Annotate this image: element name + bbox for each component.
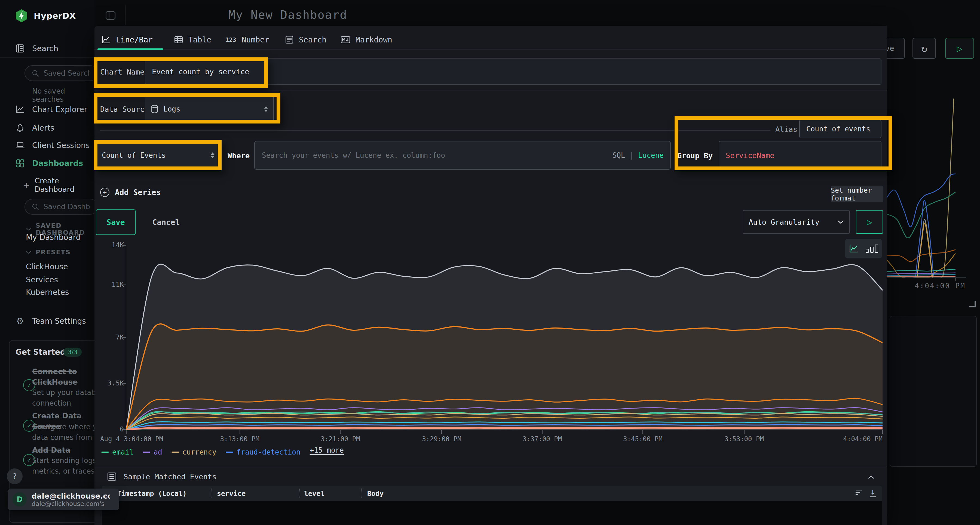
resize-handle[interactable]: [969, 301, 976, 308]
bg-chart-time-label: 4:04:00 PM: [915, 282, 966, 290]
y-axis-label: 7K: [94, 333, 124, 341]
cancel-button[interactable]: Cancel: [147, 209, 185, 235]
user-subtext: dale@clickhouse.com's: [32, 500, 110, 507]
gear-icon: ⚙: [15, 316, 25, 326]
sidebar-item-services[interactable]: Services: [26, 275, 58, 284]
legend-item[interactable]: currency: [172, 448, 216, 456]
sidebar-item-search[interactable]: Search: [15, 43, 58, 54]
highlight-box-data-source: [94, 93, 280, 124]
get-started-badge: 3/3: [64, 347, 82, 357]
sidebar-toggle-icon[interactable]: [105, 11, 116, 20]
sidebar-item-chart-explorer[interactable]: Chart Explorer: [15, 103, 87, 115]
where-input[interactable]: SQL | Lucene: [254, 141, 671, 170]
chart-explorer-icon: [15, 105, 25, 114]
download-icon[interactable]: ↓: [870, 487, 876, 497]
user-email: dale@clickhouse.com: [32, 492, 110, 500]
header-divider: [126, 5, 126, 25]
set-number-format-button[interactable]: Set number format: [831, 186, 883, 202]
chevron-up-icon[interactable]: [868, 475, 874, 479]
help-button[interactable]: ?: [7, 468, 22, 484]
column-separator[interactable]: [299, 489, 300, 498]
legend-item[interactable]: +15 more: [310, 446, 344, 454]
avatar: D: [13, 492, 27, 506]
no-saved-searches-label: No saved searches: [32, 87, 94, 103]
section-divider: [94, 90, 887, 91]
screen: My New Dashboard Save ↻ ▷ 4:04:00 PM Hyp…: [0, 0, 980, 525]
tab-number[interactable]: 123 Number: [225, 29, 269, 50]
save-button[interactable]: Save: [96, 209, 135, 235]
sidebar-item-team-settings[interactable]: ⚙ Team Settings: [15, 315, 86, 327]
refresh-button[interactable]: ↻: [913, 38, 936, 59]
add-series-button[interactable]: + Add Series: [100, 188, 161, 197]
sidebar-item-kubernetes[interactable]: Kubernetes: [26, 288, 69, 297]
legend-label: email: [112, 448, 134, 456]
sidebar-item-dashboards[interactable]: Dashboards: [15, 157, 83, 169]
circle-plus-icon: +: [100, 188, 110, 197]
column-header[interactable]: level: [304, 486, 325, 501]
chevron-down-icon: [26, 227, 31, 231]
search-list-icon: [285, 36, 293, 44]
presets-section-header[interactable]: PRESETS: [26, 249, 71, 256]
plus-icon: +: [23, 180, 30, 190]
legend-item[interactable]: fraud-detection: [226, 448, 301, 456]
saved-searches-search[interactable]: [24, 65, 98, 81]
y-axis-label: 11K: [94, 281, 124, 288]
highlight-box-chart-name: [94, 57, 268, 88]
column-header[interactable]: Body: [367, 486, 383, 501]
x-axis-label: 4:04:00 PM: [843, 435, 883, 443]
background-dashboard-chart: [887, 95, 956, 278]
tab-line-bar[interactable]: Line/Bar: [101, 29, 153, 50]
logo-text: HyperDX: [34, 11, 76, 21]
where-search-input[interactable]: [261, 151, 612, 160]
granularity-select[interactable]: Auto Granularity: [743, 210, 850, 234]
lucene-toggle[interactable]: Lucene: [638, 151, 664, 159]
legend-swatch: [226, 452, 233, 453]
column-separator[interactable]: [211, 489, 212, 498]
sidebar-item-client-sessions[interactable]: Client Sessions: [15, 139, 89, 151]
tab-markdown[interactable]: Markdown: [341, 29, 392, 50]
run-chart-button[interactable]: ▷: [856, 210, 883, 234]
run-query-button-bg[interactable]: ▷: [945, 38, 974, 59]
sidebar-item-clickhouse[interactable]: ClickHouse: [26, 262, 68, 271]
sidebar-item-my-dashboard[interactable]: My Dashboard: [26, 233, 81, 242]
page-header: My New Dashboard: [94, 0, 980, 26]
y-axis-label: 14K: [94, 241, 124, 249]
saved-dashboards-search[interactable]: [24, 199, 98, 215]
legend-item[interactable]: ad: [143, 448, 162, 456]
play-icon: ▷: [957, 43, 962, 54]
x-axis-label: 3:37:00 PM: [523, 435, 562, 443]
bg-chart-axis: [887, 278, 966, 278]
dashboards-icon: [15, 159, 25, 168]
saved-dashboards-input[interactable]: [43, 202, 91, 211]
saved-searches-input[interactable]: [43, 69, 91, 78]
legend-label: ad: [154, 448, 162, 456]
highlight-box-group-by: [675, 116, 892, 170]
laptop-icon: [15, 141, 25, 149]
logo[interactable]: HyperDX: [15, 9, 76, 22]
column-separator[interactable]: [361, 489, 362, 498]
search-doc-icon: [15, 44, 25, 53]
create-dashboard-button[interactable]: + Create Dashboard: [23, 179, 94, 191]
create-dashboard-label: Create Dashboard: [35, 176, 94, 194]
legend-item[interactable]: email: [101, 448, 134, 456]
user-menu[interactable]: D dale@clickhouse.com dale@clickhouse.co…: [8, 489, 119, 510]
events-table-body: [102, 501, 882, 525]
sql-toggle[interactable]: SQL: [612, 151, 625, 159]
sidebar-item-label: Team Settings: [32, 317, 86, 326]
page-title: My New Dashboard: [228, 8, 347, 22]
markdown-icon: [341, 36, 350, 43]
main-chart[interactable]: [126, 244, 883, 431]
y-axis-label: 3.5K: [94, 379, 124, 387]
tab-table[interactable]: Table: [174, 29, 211, 50]
x-axis-label: Aug 4 3:04:00 PM: [100, 435, 163, 443]
sidebar-item-alerts[interactable]: Alerts: [15, 122, 54, 134]
tabbar-border: [94, 49, 887, 50]
column-header[interactable]: Timestamp (Local): [117, 486, 187, 501]
y-axis-tick: [122, 429, 126, 430]
column-header[interactable]: service: [217, 486, 245, 501]
sample-events-header[interactable]: Sample Matched Events: [107, 472, 216, 481]
y-axis-tick: [122, 337, 126, 338]
filter-icon[interactable]: [856, 490, 862, 495]
bg-chart-tick: [955, 278, 956, 281]
tab-search[interactable]: Search: [285, 29, 326, 50]
